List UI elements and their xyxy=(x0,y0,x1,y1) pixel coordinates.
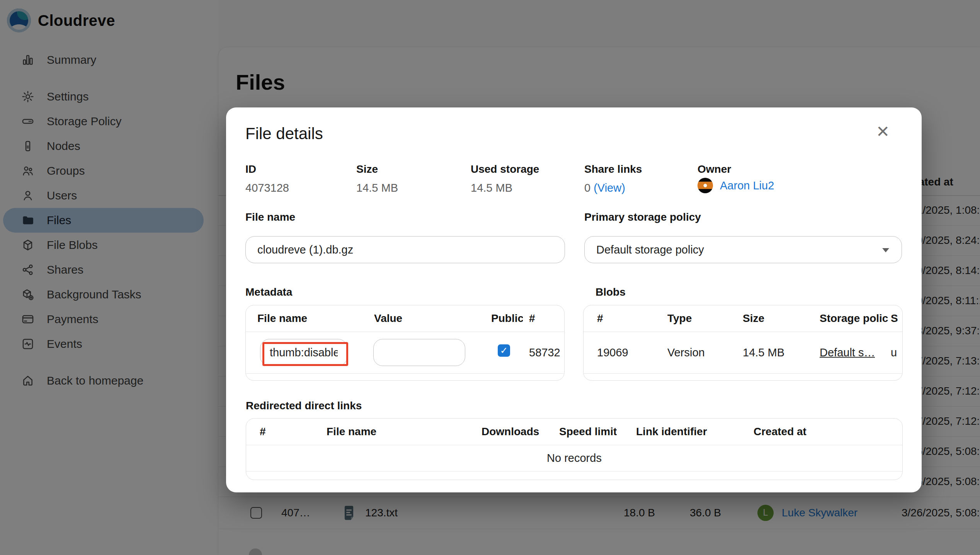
file-name-input[interactable] xyxy=(245,236,565,263)
id-value: 4073128 xyxy=(245,182,289,194)
links-header-num: # xyxy=(260,426,266,438)
metadata-header-num: # xyxy=(529,312,535,325)
no-records-text: No records xyxy=(246,445,902,472)
metadata-value-input[interactable] xyxy=(373,339,465,366)
share-links-label: Share links xyxy=(584,163,642,175)
links-table-header: # File name Downloads Speed limit Link i… xyxy=(246,419,902,445)
dialog-title: File details xyxy=(245,124,323,143)
links-header-created-at: Created at xyxy=(754,426,806,438)
share-count: 0 xyxy=(584,182,594,194)
used-storage-value: 14.5 MB xyxy=(471,182,512,194)
redirected-links-label: Redirected direct links xyxy=(246,400,362,412)
blobs-header-status: S xyxy=(891,312,900,325)
metadata-header-file-name: File name xyxy=(257,312,307,325)
blobs-table: # Type Size Storage polic S 19069 Versio… xyxy=(583,305,903,381)
blob-size-cell: 14.5 MB xyxy=(743,346,784,359)
used-storage-label: Used storage xyxy=(471,163,539,175)
blobs-label: Blobs xyxy=(595,286,626,298)
blob-storage-policy-link[interactable]: Default s… xyxy=(820,346,875,359)
links-header-file-name: File name xyxy=(327,426,376,438)
links-header-downloads: Downloads xyxy=(481,426,539,438)
file-name-label: File name xyxy=(245,211,295,223)
chevron-down-icon xyxy=(882,248,889,252)
size-label: Size xyxy=(356,163,378,175)
metadata-row: 58732 xyxy=(246,332,564,374)
metadata-table-header: File name Value Public # xyxy=(246,305,564,332)
owner-name-link[interactable]: Aaron Liu2 xyxy=(720,179,774,192)
view-link[interactable]: (View) xyxy=(594,182,625,194)
blobs-header-size: Size xyxy=(743,312,764,325)
metadata-table: File name Value Public # 58732 xyxy=(245,305,565,381)
size-value: 14.5 MB xyxy=(356,182,398,194)
blobs-table-header: # Type Size Storage polic S xyxy=(584,305,902,332)
blobs-header-type: Type xyxy=(667,312,692,325)
storage-policy-select[interactable]: Default storage policy xyxy=(584,236,902,263)
links-header-speed-limit: Speed limit xyxy=(559,426,617,438)
metadata-key-input[interactable] xyxy=(260,339,347,366)
links-header-identifier: Link identifier xyxy=(636,426,707,438)
metadata-label: Metadata xyxy=(245,286,292,298)
file-details-dialog: File details ✕ ID 4073128 Size 14.5 MB U… xyxy=(226,107,922,492)
share-links-value: 0 (View) xyxy=(584,182,625,194)
screen: Cloudreve Summary Settings Storage Polic… xyxy=(0,0,980,555)
blobs-header-num: # xyxy=(597,312,603,325)
storage-policy-selected-value: Default storage policy xyxy=(596,243,704,256)
metadata-num-cell: 58732 xyxy=(529,346,560,359)
owner-value: Aaron Liu2 xyxy=(698,178,774,193)
blob-type-cell: Version xyxy=(667,346,705,359)
metadata-header-value: Value xyxy=(374,312,402,325)
close-icon[interactable]: ✕ xyxy=(876,124,890,140)
blob-status-cell: u xyxy=(891,346,901,359)
metadata-header-public: Public xyxy=(491,312,523,325)
owner-label: Owner xyxy=(698,163,731,175)
owner-avatar xyxy=(698,178,713,193)
id-label: ID xyxy=(245,163,256,175)
blobs-header-storage-policy: Storage polic xyxy=(820,312,888,325)
redirected-links-table: # File name Downloads Speed limit Link i… xyxy=(246,418,903,480)
blob-num-cell: 19069 xyxy=(597,346,628,359)
blobs-row: 19069 Version 14.5 MB Default s… u xyxy=(584,332,902,374)
public-checkbox-checked[interactable] xyxy=(498,344,510,357)
primary-storage-policy-label: Primary storage policy xyxy=(584,211,701,223)
